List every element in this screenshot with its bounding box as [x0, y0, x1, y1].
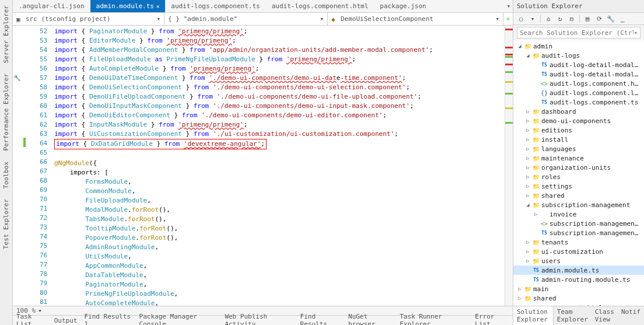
output-window-tab[interactable]: Package Manager Console	[139, 313, 218, 325]
tree-item-label: admin	[533, 43, 642, 50]
output-window-tab[interactable]: Task Runner Explorer	[400, 313, 468, 325]
tree-item[interactable]: ▷<>audit-logs.component.html	[513, 79, 644, 88]
expand-collapse-icon[interactable]: ▷	[525, 183, 531, 189]
document-tab[interactable]: audit-logs.component.ts	[165, 0, 265, 12]
nav-scope-dropdown[interactable]: ▣ src (tsconfig project) ▾	[13, 13, 164, 25]
tree-item[interactable]: ◢📁admin	[513, 41, 644, 51]
collapse-all-icon[interactable]: ⊟	[568, 15, 576, 23]
bottom-tool-tabs: Task ListOutputFind Results 1Package Man…	[13, 315, 513, 325]
panel-tab[interactable]: Solution Explorer	[513, 306, 554, 325]
expand-collapse-icon[interactable]: ▷	[525, 249, 531, 254]
back-icon[interactable]: ◯	[517, 15, 525, 23]
tree-item[interactable]: ▷📁main	[513, 284, 644, 293]
expand-collapse-icon[interactable]: ▷	[525, 137, 531, 142]
solution-tree[interactable]: ◢📁admin◢📁audit-logs▷TSaudit-log-detail-m…	[513, 40, 644, 306]
sync-icon[interactable]: ↻	[556, 15, 564, 23]
output-window-tab[interactable]: NuGet browser	[348, 313, 393, 325]
tree-item[interactable]: ▷TSaudit-log-detail-modal.cor	[513, 69, 644, 79]
output-window-tab[interactable]: Web Publish Activity	[225, 313, 293, 325]
folder-icon: 📁	[532, 136, 540, 143]
expand-collapse-icon[interactable]: ▷	[517, 295, 523, 301]
forward-icon[interactable]: ▾	[528, 15, 537, 23]
tree-item[interactable]: ▷TSadmin.module.ts	[513, 265, 644, 275]
expand-collapse-icon[interactable]: ▷	[525, 146, 531, 152]
panel-tab[interactable]: Notif	[618, 306, 644, 325]
solution-search-input[interactable]	[520, 29, 634, 37]
tree-item[interactable]: ▷📁ui-customization	[513, 247, 644, 256]
document-tab[interactable]: package.json	[374, 0, 432, 12]
tree-item[interactable]: ▷📁shared	[513, 191, 644, 200]
tree-item[interactable]: ▷TSadmin-routing.module.ts	[513, 275, 644, 284]
document-tab[interactable]: audit-logs.component.html	[266, 0, 374, 12]
expand-collapse-icon[interactable]: ◢	[525, 202, 531, 208]
tree-item-label: audit-logs.component.html	[550, 80, 642, 88]
output-window-tab[interactable]: Find Results	[300, 313, 341, 325]
tree-item[interactable]: ◢📁audit-logs	[513, 51, 644, 60]
tree-item[interactable]: ▷📁roles	[513, 172, 644, 181]
tree-item[interactable]: ▷📁demo-ui-components	[513, 116, 644, 125]
expand-collapse-icon[interactable]: ▷	[525, 109, 531, 114]
panel-tab[interactable]: Class View	[592, 306, 618, 325]
tree-item[interactable]: ▷📁maintenance	[513, 153, 644, 163]
split-add-icon[interactable]: +	[503, 15, 513, 23]
home-icon[interactable]: ⌂	[544, 15, 552, 23]
expand-collapse-icon[interactable]: ▷	[525, 165, 531, 170]
tool-well-tab[interactable]: Server Explorer	[0, 0, 12, 68]
tree-item[interactable]: ▷TSsubscription-management.c	[513, 228, 644, 237]
code-editor[interactable]: 🔧 52 53 54 55 56 57 58 59 60 61 62 63 64…	[13, 26, 513, 306]
tree-item[interactable]: ▷📁shared	[513, 293, 644, 303]
tree-item-label: shared	[541, 192, 642, 200]
tree-item[interactable]: ▷📁users	[513, 256, 644, 265]
tree-item[interactable]: ▷invoice	[513, 209, 644, 219]
expand-collapse-icon[interactable]: ▷	[525, 258, 531, 264]
lightbulb-icon[interactable]: 🔧	[13, 74, 22, 82]
expand-collapse-icon[interactable]: ▷	[533, 211, 539, 217]
nav-member-dropdown[interactable]: ◆ DemoUiSelectionComponent ▾	[328, 13, 503, 25]
tree-item[interactable]: ▷TSaudit-logs.component.ts	[513, 97, 644, 107]
expand-collapse-icon[interactable]: ▷	[525, 174, 531, 180]
expand-collapse-icon[interactable]: ◢	[525, 53, 531, 58]
close-icon[interactable]: ✕	[156, 4, 159, 9]
expand-collapse-icon[interactable]: ◢	[517, 43, 523, 49]
document-tab[interactable]: admin.module.ts✕	[90, 0, 166, 12]
refresh-icon[interactable]: ⟳	[595, 15, 603, 23]
tree-item[interactable]: ▷📁settings	[513, 181, 644, 191]
tree-item[interactable]: ▷📁editions	[513, 125, 644, 135]
document-tab[interactable]: .angular-cli.json	[13, 0, 90, 12]
tool-well-tab[interactable]: Test Explorer	[0, 194, 12, 254]
expand-collapse-icon[interactable]: ▷	[525, 155, 531, 161]
expand-collapse-icon[interactable]: ▷	[525, 127, 531, 133]
tree-item[interactable]: ▷{}audit-logs.component.less	[513, 88, 644, 97]
output-window-tab[interactable]: Find Results 1	[85, 313, 132, 325]
chevron-down-icon[interactable]: ⎯	[618, 15, 626, 23]
tab-overflow-chevron[interactable]: ▾	[506, 0, 513, 12]
expand-collapse-icon[interactable]: ▷	[525, 239, 531, 245]
tool-well-tab[interactable]: Performance Explorer	[0, 68, 12, 156]
tree-item[interactable]: ▷📁install	[513, 135, 644, 144]
expand-collapse-icon[interactable]: ▷	[517, 286, 523, 292]
tree-item[interactable]: ▷<>subscription-management.c	[513, 219, 644, 228]
tree-item[interactable]: ◢📁subscription-management	[513, 200, 644, 209]
output-window-tab[interactable]: Output	[54, 317, 78, 324]
panel-tab[interactable]: Team Explorer	[554, 306, 592, 325]
html-icon: <>	[540, 80, 548, 87]
tree-item[interactable]: ▷📁organization-units	[513, 163, 644, 172]
tool-well-tab[interactable]: Toolbox	[0, 156, 12, 194]
tree-item[interactable]: ▷📁tenants	[513, 237, 644, 247]
properties-icon[interactable]: 🔧	[607, 15, 615, 23]
tree-item[interactable]: ▷📁dashboard	[513, 107, 644, 116]
show-all-icon[interactable]: ▤	[583, 15, 592, 23]
overview-ruler[interactable]	[505, 26, 513, 306]
expand-collapse-icon[interactable]: ▷	[525, 193, 531, 198]
tree-item-label: main	[533, 285, 642, 293]
tree-item[interactable]: ▷📁languages	[513, 144, 644, 153]
solution-search[interactable]: ▾	[517, 27, 640, 39]
expand-collapse-icon[interactable]: ▷	[525, 118, 531, 124]
code-nav-bar: ▣ src (tsconfig project) ▾ { } "admin.mo…	[13, 13, 513, 26]
output-window-tab[interactable]: Error List	[475, 313, 509, 325]
nav-namespace-dropdown[interactable]: { } "admin.module" ▾	[164, 13, 328, 25]
tree-item-label: languages	[541, 145, 642, 153]
search-chevron-icon[interactable]: ▾	[634, 29, 638, 37]
tree-item[interactable]: ▷TSaudit-log-detail-modal.cor	[513, 60, 644, 69]
output-window-tab[interactable]: Task List	[16, 313, 47, 325]
